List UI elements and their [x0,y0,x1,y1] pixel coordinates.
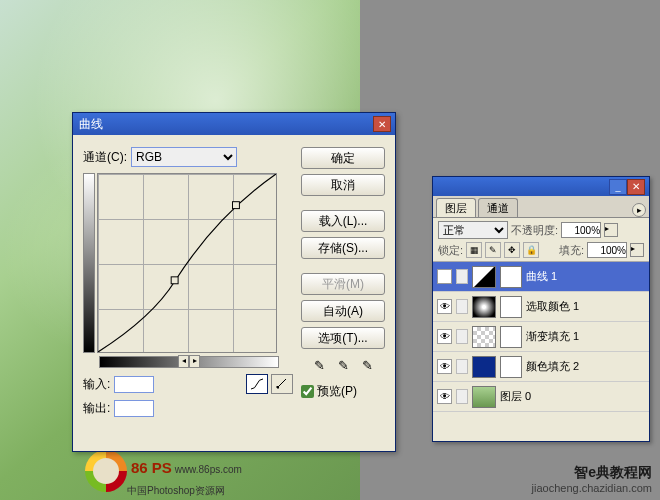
footer-url: jiaocheng.chazidian.com [532,481,652,495]
curves-title: 曲线 [77,116,373,133]
layer-list[interactable]: 👁曲线 1👁选取颜色 1👁渐变填充 1👁颜色填充 2👁图层 0 [433,262,649,412]
link-slot[interactable] [456,389,468,404]
auto-button[interactable]: 自动(A) [301,300,385,322]
opacity-stepper-icon[interactable]: ▸ [604,223,618,237]
layer-mask[interactable] [500,326,522,348]
preview-checkbox[interactable] [301,385,314,398]
svg-rect-1 [232,202,239,209]
panel-menu-icon[interactable]: ▸ [632,203,646,217]
layer-thumb[interactable] [472,386,496,408]
opacity-label: 不透明度: [511,223,558,238]
curves-dialog: 曲线 ✕ 通道(C): RGB [72,112,396,452]
footer-watermark: 智e典教程网 jiaocheng.chazidian.com [532,463,652,495]
fill-input[interactable] [587,242,627,258]
slider-right-icon[interactable]: ▸ [189,355,200,368]
channel-label: 通道(C): [83,149,127,166]
link-slot[interactable] [456,329,468,344]
visibility-icon[interactable]: 👁 [437,299,452,314]
channel-select[interactable]: RGB [131,147,237,167]
layer-name: 图层 0 [500,389,531,404]
layer-thumb[interactable] [472,266,496,288]
visibility-icon[interactable]: 👁 [437,359,452,374]
eyedropper-white-icon[interactable]: ✎ [358,356,376,374]
output-label: 输出: [83,400,110,417]
opacity-input[interactable] [561,222,601,238]
tab-layers[interactable]: 图层 [436,198,476,217]
lock-label: 锁定: [438,243,463,258]
blend-mode-select[interactable]: 正常 [438,221,508,239]
lock-paint-icon[interactable]: ✎ [485,242,501,258]
brand-text: 86 PS [131,459,172,476]
pencil-mode-icon[interactable] [271,374,293,394]
vertical-gradient [83,173,95,353]
layer-thumb[interactable] [472,296,496,318]
link-slot[interactable] [456,359,468,374]
layer-row[interactable]: 👁渐变填充 1 [433,322,649,352]
input-field[interactable] [114,376,154,393]
options-button[interactable]: 选项(T)... [301,327,385,349]
lock-move-icon[interactable]: ✥ [504,242,520,258]
layer-name: 渐变填充 1 [526,329,579,344]
tab-channels[interactable]: 通道 [478,198,518,217]
curve-path [98,174,276,352]
ok-button[interactable]: 确定 [301,147,385,169]
cancel-button[interactable]: 取消 [301,174,385,196]
input-label: 输入: [83,376,110,393]
link-slot[interactable] [456,299,468,314]
curve-icon [250,378,264,390]
visibility-icon[interactable]: 👁 [437,329,452,344]
load-button[interactable]: 载入(L)... [301,210,385,232]
smooth-button: 平滑(M) [301,273,385,295]
lock-transparency-icon[interactable]: ▦ [466,242,482,258]
layer-row[interactable]: 👁图层 0 [433,382,649,412]
watermark-logo: 86 PS www.86ps.com 中国Photoshop资源网 [85,450,242,498]
curves-titlebar[interactable]: 曲线 ✕ [73,113,395,135]
layer-name: 颜色填充 2 [526,359,579,374]
save-button[interactable]: 存储(S)... [301,237,385,259]
visibility-icon[interactable]: 👁 [437,269,452,284]
layer-mask[interactable] [500,356,522,378]
output-field[interactable] [114,400,154,417]
preview-label: 预览(P) [317,383,357,400]
close-icon[interactable]: ✕ [373,116,391,132]
link-slot[interactable] [456,269,468,284]
preview-checkbox-row[interactable]: 预览(P) [301,383,385,400]
fill-stepper-icon[interactable]: ▸ [630,243,644,257]
footer-main: 智e典教程网 [532,463,652,481]
layers-panel: _ ✕ 图层 通道 ▸ 正常 不透明度: ▸ 锁定: ▦ ✎ ✥ 🔒 填充: ▸ [432,176,650,442]
eyedropper-gray-icon[interactable]: ✎ [334,356,352,374]
layer-row[interactable]: 👁选取颜色 1 [433,292,649,322]
layer-row[interactable]: 👁颜色填充 2 [433,352,649,382]
layer-mask[interactable] [500,296,522,318]
layer-mask[interactable] [500,266,522,288]
fill-label: 填充: [559,243,584,258]
slider-left-icon[interactable]: ◂ [178,355,189,368]
brand-url: www.86ps.com [175,464,242,475]
curve-grid[interactable] [97,173,277,353]
minimize-icon[interactable]: _ [609,179,627,195]
layer-thumb[interactable] [472,356,496,378]
brand-subtitle: 中国Photoshop资源网 [127,484,225,498]
eyedropper-black-icon[interactable]: ✎ [310,356,328,374]
layer-name: 选取颜色 1 [526,299,579,314]
lock-all-icon[interactable]: 🔒 [523,242,539,258]
pencil-icon [275,378,289,390]
curve-mode-icon[interactable] [246,374,268,394]
visibility-icon[interactable]: 👁 [437,389,452,404]
panel-close-icon[interactable]: ✕ [627,179,645,195]
logo-mark [85,450,127,492]
layer-thumb[interactable] [472,326,496,348]
layer-name: 曲线 1 [526,269,557,284]
horizontal-gradient[interactable]: ◂ ▸ [99,356,279,368]
svg-rect-0 [171,277,178,284]
layer-row[interactable]: 👁曲线 1 [433,262,649,292]
